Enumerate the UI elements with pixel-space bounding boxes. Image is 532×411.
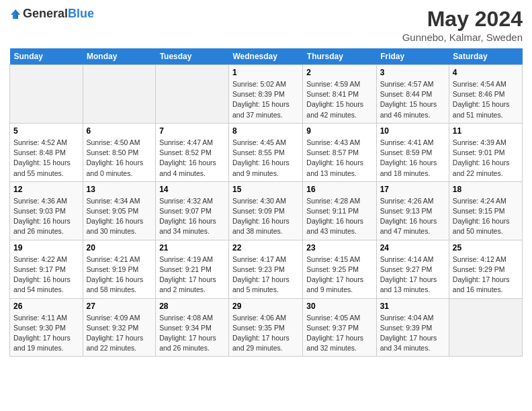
header: GeneralBlue May 2024 Gunnebo, Kalmar, Sw… (9, 7, 523, 43)
day-number: 15 (232, 185, 299, 194)
day-cell-3-2: 21Sunrise: 4:19 AM Sunset: 9:21 PM Dayli… (156, 240, 229, 298)
day-cell-4-0: 26Sunrise: 4:11 AM Sunset: 9:30 PM Dayli… (10, 298, 83, 357)
week-row-1: 5Sunrise: 4:52 AM Sunset: 8:48 PM Daylig… (10, 123, 523, 181)
logo-blue: Blue (68, 7, 94, 20)
subtitle: Gunnebo, Kalmar, Sweden (402, 32, 523, 43)
day-detail: Sunrise: 4:22 AM Sunset: 9:17 PM Dayligh… (13, 255, 79, 295)
day-number: 30 (306, 302, 372, 311)
logo: GeneralBlue (9, 7, 94, 21)
day-detail: Sunrise: 4:15 AM Sunset: 9:25 PM Dayligh… (306, 255, 372, 295)
day-cell-3-5: 24Sunrise: 4:14 AM Sunset: 9:27 PM Dayli… (376, 240, 449, 298)
day-cell-0-2 (156, 65, 229, 124)
week-row-3: 19Sunrise: 4:22 AM Sunset: 9:17 PM Dayli… (10, 240, 523, 298)
day-detail: Sunrise: 4:50 AM Sunset: 8:50 PM Dayligh… (87, 138, 152, 179)
header-tuesday: Tuesday (156, 48, 229, 65)
header-sunday: Sunday (10, 48, 83, 65)
day-number: 7 (159, 126, 225, 136)
logo-text: GeneralBlue (23, 7, 94, 21)
day-detail: Sunrise: 4:12 AM Sunset: 9:29 PM Dayligh… (453, 255, 519, 295)
day-cell-1-2: 7Sunrise: 4:47 AM Sunset: 8:52 PM Daylig… (156, 123, 229, 181)
week-row-2: 12Sunrise: 4:36 AM Sunset: 9:03 PM Dayli… (10, 181, 523, 240)
day-number: 21 (159, 243, 225, 253)
day-cell-0-5: 3Sunrise: 4:57 AM Sunset: 8:44 PM Daylig… (376, 65, 449, 124)
day-cell-2-3: 15Sunrise: 4:30 AM Sunset: 9:09 PM Dayli… (229, 181, 303, 240)
day-number: 19 (13, 243, 79, 253)
day-cell-1-3: 8Sunrise: 4:45 AM Sunset: 8:55 PM Daylig… (229, 123, 303, 181)
day-cell-4-4: 30Sunrise: 4:05 AM Sunset: 9:37 PM Dayli… (303, 298, 376, 357)
day-number: 14 (159, 185, 225, 194)
day-cell-2-2: 14Sunrise: 4:32 AM Sunset: 9:07 PM Dayli… (156, 181, 229, 240)
day-number: 6 (87, 126, 152, 136)
day-cell-0-4: 2Sunrise: 4:59 AM Sunset: 8:41 PM Daylig… (303, 65, 376, 124)
day-detail: Sunrise: 4:24 AM Sunset: 9:15 PM Dayligh… (453, 196, 519, 237)
day-number: 4 (453, 68, 519, 77)
day-detail: Sunrise: 4:54 AM Sunset: 8:46 PM Dayligh… (453, 79, 519, 120)
day-detail: Sunrise: 4:05 AM Sunset: 9:37 PM Dayligh… (306, 313, 372, 354)
title-block: May 2024 Gunnebo, Kalmar, Sweden (402, 7, 523, 43)
day-detail: Sunrise: 4:21 AM Sunset: 9:19 PM Dayligh… (87, 255, 152, 295)
day-number: 24 (380, 243, 445, 253)
day-detail: Sunrise: 4:28 AM Sunset: 9:11 PM Dayligh… (306, 196, 372, 237)
day-cell-1-6: 11Sunrise: 4:39 AM Sunset: 9:01 PM Dayli… (449, 123, 522, 181)
week-row-4: 26Sunrise: 4:11 AM Sunset: 9:30 PM Dayli… (10, 298, 523, 357)
day-detail: Sunrise: 4:26 AM Sunset: 9:13 PM Dayligh… (380, 196, 445, 237)
main-title: May 2024 (402, 7, 523, 32)
day-cell-3-0: 19Sunrise: 4:22 AM Sunset: 9:17 PM Dayli… (10, 240, 83, 298)
day-cell-3-6: 25Sunrise: 4:12 AM Sunset: 9:29 PM Dayli… (449, 240, 522, 298)
day-number: 27 (87, 302, 152, 311)
day-number: 8 (232, 126, 299, 136)
day-cell-2-4: 16Sunrise: 4:28 AM Sunset: 9:11 PM Dayli… (303, 181, 376, 240)
day-cell-4-3: 29Sunrise: 4:06 AM Sunset: 9:35 PM Dayli… (229, 298, 303, 357)
day-detail: Sunrise: 4:39 AM Sunset: 9:01 PM Dayligh… (453, 138, 519, 179)
day-cell-0-3: 1Sunrise: 5:02 AM Sunset: 8:39 PM Daylig… (229, 65, 303, 124)
day-cell-3-4: 23Sunrise: 4:15 AM Sunset: 9:25 PM Dayli… (303, 240, 376, 298)
day-detail: Sunrise: 4:14 AM Sunset: 9:27 PM Dayligh… (380, 255, 445, 295)
logo-icon (9, 8, 21, 20)
day-detail: Sunrise: 4:19 AM Sunset: 9:21 PM Dayligh… (159, 255, 225, 295)
day-detail: Sunrise: 4:43 AM Sunset: 8:57 PM Dayligh… (306, 138, 372, 179)
week-row-0: 1Sunrise: 5:02 AM Sunset: 8:39 PM Daylig… (10, 65, 523, 124)
day-number: 11 (453, 126, 519, 136)
day-cell-0-1 (83, 65, 156, 124)
day-cell-4-6 (449, 298, 522, 357)
day-number: 1 (232, 68, 299, 77)
day-detail: Sunrise: 4:34 AM Sunset: 9:05 PM Dayligh… (87, 196, 152, 237)
day-cell-2-6: 18Sunrise: 4:24 AM Sunset: 9:15 PM Dayli… (449, 181, 522, 240)
day-detail: Sunrise: 4:06 AM Sunset: 9:35 PM Dayligh… (232, 313, 299, 354)
day-cell-4-5: 31Sunrise: 4:04 AM Sunset: 9:39 PM Dayli… (376, 298, 449, 357)
day-number: 9 (306, 126, 372, 136)
day-cell-2-0: 12Sunrise: 4:36 AM Sunset: 9:03 PM Dayli… (10, 181, 83, 240)
day-number: 16 (306, 185, 372, 194)
day-number: 12 (13, 185, 79, 194)
day-number: 10 (380, 126, 445, 136)
day-cell-1-4: 9Sunrise: 4:43 AM Sunset: 8:57 PM Daylig… (303, 123, 376, 181)
header-monday: Monday (83, 48, 156, 65)
day-detail: Sunrise: 4:08 AM Sunset: 9:34 PM Dayligh… (159, 313, 225, 354)
day-number: 20 (87, 243, 152, 253)
day-cell-1-1: 6Sunrise: 4:50 AM Sunset: 8:50 PM Daylig… (83, 123, 156, 181)
header-thursday: Thursday (303, 48, 376, 65)
day-detail: Sunrise: 4:59 AM Sunset: 8:41 PM Dayligh… (306, 79, 372, 120)
day-number: 26 (13, 302, 79, 311)
day-cell-3-1: 20Sunrise: 4:21 AM Sunset: 9:19 PM Dayli… (83, 240, 156, 298)
day-number: 5 (13, 126, 79, 136)
day-cell-2-5: 17Sunrise: 4:26 AM Sunset: 9:13 PM Dayli… (376, 181, 449, 240)
day-detail: Sunrise: 4:17 AM Sunset: 9:23 PM Dayligh… (232, 255, 299, 295)
day-cell-2-1: 13Sunrise: 4:34 AM Sunset: 9:05 PM Dayli… (83, 181, 156, 240)
day-detail: Sunrise: 4:45 AM Sunset: 8:55 PM Dayligh… (232, 138, 299, 179)
header-saturday: Saturday (449, 48, 522, 65)
day-number: 18 (453, 185, 519, 194)
day-number: 2 (306, 68, 372, 77)
day-number: 17 (380, 185, 445, 194)
day-detail: Sunrise: 4:30 AM Sunset: 9:09 PM Dayligh… (232, 196, 299, 237)
day-cell-0-6: 4Sunrise: 4:54 AM Sunset: 8:46 PM Daylig… (449, 65, 522, 124)
logo-general: General (23, 7, 68, 20)
day-detail: Sunrise: 4:04 AM Sunset: 9:39 PM Dayligh… (380, 313, 445, 354)
day-detail: Sunrise: 4:52 AM Sunset: 8:48 PM Dayligh… (13, 138, 79, 179)
day-detail: Sunrise: 4:57 AM Sunset: 8:44 PM Dayligh… (380, 79, 445, 120)
day-number: 25 (453, 243, 519, 253)
header-wednesday: Wednesday (229, 48, 303, 65)
header-row: Sunday Monday Tuesday Wednesday Thursday… (10, 48, 523, 65)
day-detail: Sunrise: 5:02 AM Sunset: 8:39 PM Dayligh… (232, 79, 299, 120)
day-detail: Sunrise: 4:47 AM Sunset: 8:52 PM Dayligh… (159, 138, 225, 179)
